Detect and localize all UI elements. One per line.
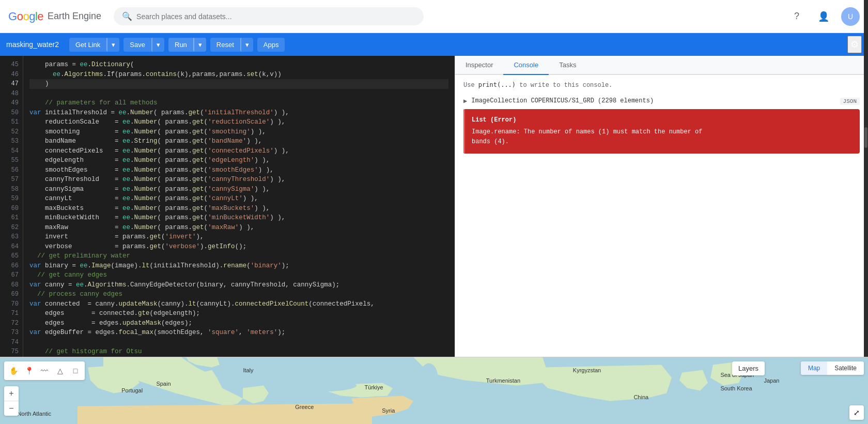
console-content: Use print(...) to write to this console.… <box>455 75 868 357</box>
search-bar[interactable]: 🔍 <box>114 7 424 25</box>
code-line-45: params = ee.Dictionary( <box>29 60 448 70</box>
line-number-51: 51 <box>0 117 23 127</box>
save-button[interactable]: Save <box>123 38 151 52</box>
line-number-67: 67 <box>0 270 23 280</box>
code-line-62: maxRaw = ee.Number( params.get('maxRaw')… <box>29 223 448 233</box>
get-link-arrow[interactable]: ▾ <box>107 38 119 52</box>
code-line-53: bandName = ee.String( params.get('bandNa… <box>29 137 448 146</box>
search-input[interactable] <box>136 12 415 21</box>
right-tabs: Inspector Console Tasks <box>455 56 868 75</box>
zoom-in-button[interactable]: + <box>4 386 19 401</box>
line-number-53: 53 <box>0 137 23 146</box>
line-number-59: 59 <box>0 194 23 204</box>
code-line-55: edgeLength = ee.Number( params.get('edge… <box>29 156 448 165</box>
map-type-satellite[interactable]: Satellite <box>827 361 864 375</box>
map-type-map[interactable]: Map <box>801 361 827 375</box>
line-number-58: 58 <box>0 185 23 194</box>
code-line-70: var connected = canny.updateMask(canny).… <box>29 299 448 309</box>
line-number-72: 72 <box>0 319 23 328</box>
code-line-74 <box>29 338 448 347</box>
layers-control[interactable]: Layers <box>732 361 765 375</box>
line-number-71: 71 <box>0 309 23 319</box>
tab-tasks[interactable]: Tasks <box>549 56 586 75</box>
code-line-71: edges = connected.gte(edgeLength); <box>29 309 448 319</box>
code-line-48 <box>29 89 448 99</box>
pin-tool[interactable]: 📍 <box>22 364 36 378</box>
line-number-69: 69 <box>0 290 23 299</box>
line-number-57: 57 <box>0 175 23 185</box>
google-logo: Google <box>8 10 43 23</box>
json-label[interactable]: JSON <box>840 98 860 105</box>
line-number-63: 63 <box>0 232 23 242</box>
line-number-64: 64 <box>0 242 23 252</box>
code-line-73: var edgeBuffer = edges.focal_max(smoothE… <box>29 328 448 338</box>
line-number-70: 70 <box>0 299 23 309</box>
reset-group: Reset ▾ <box>210 38 253 52</box>
line-number-56: 56 <box>0 165 23 175</box>
save-arrow[interactable]: ▾ <box>152 38 164 52</box>
avatar[interactable]: U <box>841 7 860 26</box>
path-tool[interactable]: 〰 <box>37 364 52 378</box>
reset-arrow[interactable]: ▾ <box>241 38 253 52</box>
line-number-48: 48 <box>0 89 23 99</box>
svg-point-2 <box>420 364 438 395</box>
logo: Google Earth Engine <box>8 10 101 23</box>
code-line-63: invert = params.get('invert'), <box>29 232 448 242</box>
console-hint: Use print(...) to write to this console. <box>463 81 860 89</box>
app-title: Earth Engine <box>48 11 101 22</box>
line-number-45: 45 <box>0 60 23 70</box>
collection-text: ImageCollection COPERNICUS/S1_GRD (2298 … <box>471 97 835 104</box>
toolbar: masking_water2 Get Link ▾ Save ▾ Run ▾ R… <box>0 33 868 56</box>
apps-button[interactable]: Apps <box>257 38 285 52</box>
code-line-51: reductionScale = ee.Number( params.get('… <box>29 117 448 127</box>
right-panel: Inspector Console Tasks Use print(...) t… <box>455 56 868 357</box>
run-arrow[interactable]: ▾ <box>194 38 206 52</box>
apps-group: Apps <box>257 38 285 52</box>
get-link-button[interactable]: Get Link <box>69 38 106 52</box>
hand-tool[interactable]: ✋ <box>6 364 21 378</box>
tab-inspector[interactable]: Inspector <box>455 56 503 75</box>
map-type-control: Map Satellite <box>801 361 864 375</box>
line-numbers: 4546474849505152535455565758596061626364… <box>0 56 23 357</box>
code-line-54: connectedPixels = ee.Number( params.get(… <box>29 146 448 156</box>
line-number-74: 74 <box>0 338 23 347</box>
zoom-out-button[interactable]: − <box>4 401 19 416</box>
code-line-56: smoothEdges = ee.Number( params.get('smo… <box>29 165 448 175</box>
code-line-68: var canny = ee.Algorithms.CannyEdgeDetec… <box>29 280 448 290</box>
code-line-50: var initialThreshold = ee.Number( params… <box>29 108 448 118</box>
header-right: ? 👤 U <box>787 7 860 26</box>
error-marker <box>463 109 465 154</box>
code-line-52: smoothing = ee.Number( params.get('smoot… <box>29 127 448 137</box>
layers-label: Layers <box>738 365 758 372</box>
code-line-67: // get canny edges <box>29 270 448 280</box>
line-number-62: 62 <box>0 223 23 233</box>
error-box: List (Error) Image.rename: The number of… <box>463 109 860 154</box>
rect-tool[interactable]: □ <box>68 364 83 378</box>
tab-console[interactable]: Console <box>503 56 549 75</box>
account-menu-button[interactable]: 👤 <box>814 7 833 26</box>
polyline-tool[interactable]: △ <box>53 364 67 378</box>
line-number-60: 60 <box>0 204 23 214</box>
line-number-47: 47 <box>0 79 23 89</box>
settings-button[interactable]: ⚙ <box>847 36 862 53</box>
console-collection-item: ▶ ImageCollection COPERNICUS/S1_GRD (229… <box>463 97 860 105</box>
code-content[interactable]: params = ee.Dictionary( ee.Algorithms.If… <box>23 56 455 357</box>
main-content: 4546474849505152535455565758596061626364… <box>0 56 868 357</box>
code-line-66: var binary = ee.Image(image).lt(initialT… <box>29 261 448 271</box>
line-number-61: 61 <box>0 213 23 223</box>
code-line-58: cannySigma = ee.Number( params.get('cann… <box>29 185 448 194</box>
line-number-55: 55 <box>0 156 23 165</box>
top-header: Google Earth Engine 🔍 ? 👤 U <box>0 0 868 33</box>
fullscreen-button[interactable]: ⤢ <box>849 405 864 420</box>
code-line-46: ee.Algorithms.If(params.contains(k),para… <box>29 70 448 80</box>
expand-arrow[interactable]: ▶ <box>463 97 467 105</box>
run-group: Run ▾ <box>168 38 206 52</box>
error-title: List (Error) <box>472 115 851 125</box>
save-group: Save ▾ <box>123 38 164 52</box>
code-panel: 4546474849505152535455565758596061626364… <box>0 56 455 357</box>
line-number-73: 73 <box>0 328 23 338</box>
help-button[interactable]: ? <box>787 7 806 26</box>
line-number-46: 46 <box>0 70 23 80</box>
reset-button[interactable]: Reset <box>210 38 240 52</box>
run-button[interactable]: Run <box>168 38 193 52</box>
